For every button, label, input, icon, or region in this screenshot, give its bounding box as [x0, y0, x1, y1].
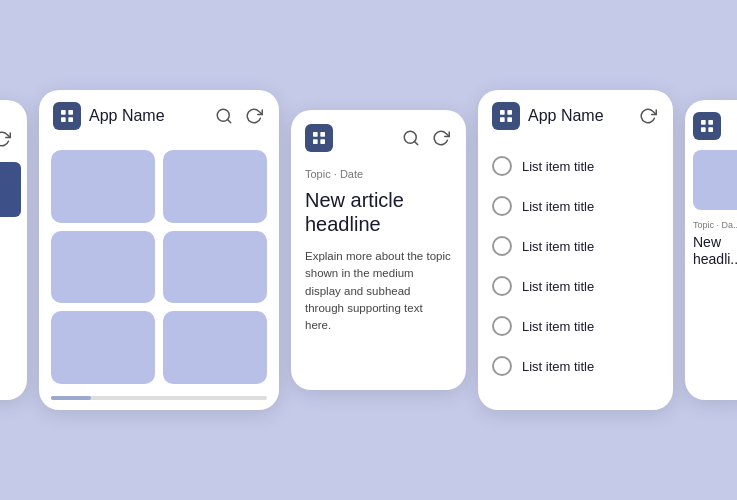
list-item-title: List item title [522, 239, 594, 254]
topic-label: Topic [305, 168, 331, 180]
app-icon [693, 112, 721, 140]
date-label: Date [340, 168, 363, 180]
radio-button[interactable] [492, 276, 512, 296]
svg-line-5 [227, 119, 230, 122]
app-icon [492, 102, 520, 130]
header-icons [213, 105, 265, 127]
grid-item [163, 311, 267, 384]
grid-card: App Name [39, 90, 279, 410]
refresh-button[interactable] [430, 127, 452, 149]
svg-rect-19 [708, 127, 713, 132]
grid-item [51, 150, 155, 223]
grid-item [163, 150, 267, 223]
left-refresh-area [0, 116, 27, 162]
list-item-title: List item title [522, 319, 594, 334]
date-label: Da... [722, 220, 737, 230]
svg-rect-13 [507, 110, 512, 115]
app-name-label: App Name [89, 107, 205, 125]
app-icon [53, 102, 81, 130]
svg-rect-18 [701, 127, 706, 132]
article-card: Topic · Date New article headline Explai… [291, 110, 466, 390]
article-headline: New article headline [305, 188, 452, 236]
grid-item [51, 311, 155, 384]
radio-button[interactable] [492, 316, 512, 336]
left-partial-card [0, 100, 27, 400]
article-body: Explain more about the topic shown in th… [305, 248, 452, 334]
svg-rect-6 [313, 132, 318, 137]
right-partial-topic: Topic · Da... [693, 220, 737, 230]
radio-button[interactable] [492, 356, 512, 376]
list-item-title: List item title [522, 199, 594, 214]
list-item-title: List item title [522, 159, 594, 174]
grid-item [163, 231, 267, 304]
svg-rect-8 [313, 139, 318, 144]
svg-rect-12 [500, 110, 505, 115]
svg-rect-0 [61, 110, 66, 115]
svg-rect-2 [61, 117, 66, 122]
grid-content [39, 142, 279, 396]
list-item[interactable]: List item title [478, 186, 673, 226]
topic-separator: · [334, 168, 337, 180]
svg-rect-15 [507, 117, 512, 122]
list-item[interactable]: List item title [478, 226, 673, 266]
svg-rect-7 [320, 132, 325, 137]
right-partial-headline: New headli... [693, 234, 737, 268]
list-card-header: App Name [478, 90, 673, 142]
right-partial-image [693, 150, 737, 210]
svg-rect-17 [708, 120, 713, 125]
list-item-title: List item title [522, 359, 594, 374]
search-button[interactable] [213, 105, 235, 127]
list-item-title: List item title [522, 279, 594, 294]
svg-rect-16 [701, 120, 706, 125]
refresh-button[interactable] [0, 128, 13, 150]
svg-rect-9 [320, 139, 325, 144]
svg-rect-1 [68, 110, 73, 115]
topic-date: Topic · Date [305, 168, 452, 180]
svg-rect-14 [500, 117, 505, 122]
list-item[interactable]: List item title [478, 266, 673, 306]
radio-button[interactable] [492, 156, 512, 176]
list-item[interactable]: List item title [478, 146, 673, 186]
app-name-label: App Name [528, 107, 629, 125]
scroll-bar [51, 396, 267, 400]
list-content: List item title List item title List ite… [478, 142, 673, 410]
grid-item [51, 231, 155, 304]
search-button[interactable] [400, 127, 422, 149]
refresh-button[interactable] [243, 105, 265, 127]
refresh-button[interactable] [637, 105, 659, 127]
list-item[interactable]: List item title [478, 306, 673, 346]
right-partial-card: Topic · Da... New headli... [685, 100, 737, 400]
topic-label: Topic [693, 220, 714, 230]
scroll-thumb [51, 396, 91, 400]
left-blue-block [0, 162, 21, 217]
list-item[interactable]: List item title [478, 346, 673, 386]
right-partial-header [693, 112, 737, 150]
svg-rect-3 [68, 117, 73, 122]
app-icon [305, 124, 333, 152]
svg-line-11 [414, 141, 417, 144]
list-card: App Name List item title List item title… [478, 90, 673, 410]
grid-card-header: App Name [39, 90, 279, 142]
left-partial-content [0, 162, 27, 217]
article-card-header [305, 124, 452, 162]
radio-button[interactable] [492, 236, 512, 256]
radio-button[interactable] [492, 196, 512, 216]
